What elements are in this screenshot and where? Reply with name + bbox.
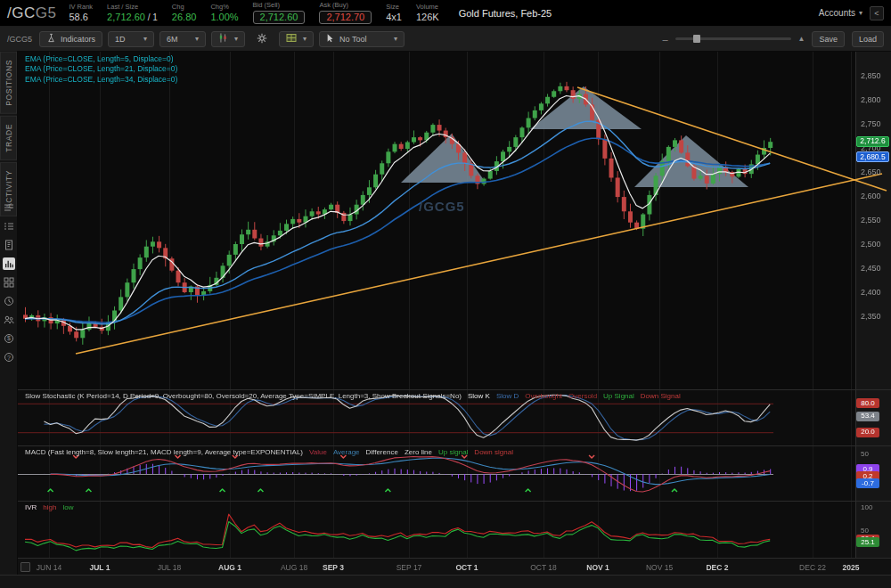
field-label: Volume <box>416 4 438 11</box>
field-value: 4x1 <box>386 12 402 22</box>
ema-legend-row: EMA (Price=CLOSE, Length=5, Displace=0) <box>25 54 177 64</box>
field-label: IV Rank <box>69 4 93 11</box>
quote-fields: IV Rank58.6Last / Size2,712.60 / 1Chg26.… <box>69 2 453 24</box>
price-axis-label: 2,550 <box>861 216 881 225</box>
ivr-badge: 25.1 <box>856 537 879 547</box>
legend-item: IVR <box>25 503 37 511</box>
price-axis-label: 2,450 <box>861 264 881 273</box>
field-label: Last / Size <box>107 4 138 11</box>
grid-icon[interactable] <box>3 276 15 289</box>
legend-item: Average <box>333 448 360 456</box>
price-axis-label: 2,400 <box>861 288 881 297</box>
legend-item: MACD (Fast length=8, Slow length=21, MAC… <box>25 448 303 456</box>
chevron-down-icon: ▾ <box>143 35 147 43</box>
clock-icon[interactable] <box>3 295 15 307</box>
chart-type-dropdown[interactable]: ▾ <box>211 31 245 47</box>
notes-icon[interactable] <box>3 239 15 251</box>
community-icon[interactable] <box>3 314 15 326</box>
ivr-axis-tick: 100 <box>861 503 872 511</box>
field-value: 26.80 <box>172 12 197 22</box>
save-button[interactable]: Save <box>812 31 845 47</box>
price-chart-canvas[interactable] <box>18 52 891 389</box>
collapse-button[interactable]: < <box>870 6 884 20</box>
quote-field: Last / Size2,712.60 / 1 <box>107 4 158 22</box>
field-value: 1.00% <box>210 12 238 22</box>
ivr-canvas[interactable] <box>18 502 891 558</box>
slider-thumb[interactable] <box>693 35 700 43</box>
price-axis-label: 2,350 <box>861 312 881 321</box>
chart-region: EMA (Price=CLOSE, Length=5, Displace=0)E… <box>18 52 891 575</box>
time-axis-label: DEC 2 <box>706 563 728 572</box>
price-axis-label: 2,500 <box>861 240 881 249</box>
toolbar-symbol: /GCG5 <box>7 35 32 44</box>
bid-box[interactable]: 2,712.60 <box>253 11 306 24</box>
slider-arrow-icon[interactable]: ▲ <box>798 35 805 43</box>
time-axis-label: NOV 15 <box>646 563 673 572</box>
ask-box[interactable]: 2,712.70 <box>319 11 372 24</box>
stochastic-label: Slow Stochastic (K Period=14, D Period=9… <box>25 392 687 400</box>
quote-field: Size4x1 <box>386 4 402 22</box>
field-label: Bid (Sell) <box>253 2 280 9</box>
price-axis-label: 2,800 <box>861 95 881 104</box>
quote-field: IV Rank58.6 <box>69 4 93 22</box>
sidebar-tab-positions[interactable]: POSITIONS <box>0 52 17 114</box>
settings-button[interactable] <box>250 31 274 47</box>
chevron-down-icon: ▾ <box>394 35 397 43</box>
svg-text:?: ? <box>7 355 11 361</box>
time-axis-label: JUN 14 <box>37 563 61 572</box>
load-button[interactable]: Load <box>852 31 884 47</box>
time-axis-label: DEC 22 <box>799 563 826 572</box>
left-sidebar: POSITIONS TRADE ACTIVITY $? <box>0 52 18 575</box>
macd-axis-tick: 50 <box>861 450 869 458</box>
status-bar <box>0 575 891 588</box>
drawing-tool-dropdown[interactable]: No Tool ▾ <box>319 31 405 47</box>
time-axis[interactable]: JUN 14JUL 1JUL 18AUG 1AUG 18SEP 3SEP 17O… <box>18 559 891 576</box>
legend-item: Up signal <box>438 448 468 456</box>
field-value: 126K <box>416 12 439 22</box>
watchlist-icon[interactable] <box>3 220 15 233</box>
chart-icon[interactable] <box>3 257 15 270</box>
stochastic-pane: Slow Stochastic (K Period=14, D Period=9… <box>18 390 891 445</box>
ivr-label: IVRhighlow <box>25 503 79 511</box>
quote-field: Bid (Sell)2,712.60 <box>253 2 306 24</box>
field-label: Chg% <box>210 4 228 11</box>
legend-item: low <box>62 503 73 511</box>
price-axis-label: 2,650 <box>861 167 881 176</box>
legend-item: Slow K <box>468 392 490 400</box>
legend-item: Difference <box>366 448 398 456</box>
time-axis-label: SEP 17 <box>396 563 422 572</box>
ivr-axis-tick: 50 <box>861 527 869 535</box>
sidebar-icons: $? <box>0 201 18 363</box>
macd-label: MACD (Fast length=8, Slow length=21, MAC… <box>25 448 519 456</box>
accounts-dropdown[interactable]: Accounts ▾ <box>819 8 862 18</box>
top-header: /GCG5 IV Rank58.6Last / Size2,712.60 / 1… <box>0 0 891 27</box>
cursor-icon <box>326 33 335 45</box>
macd-badge: -0.7 <box>856 478 879 488</box>
ivr-pane: IVRhighlow 1005030.425.1 <box>18 502 891 558</box>
legend-item: Slow Stochastic (K Period=14, D Period=9… <box>25 392 462 400</box>
quote-field: Chg26.80 <box>172 4 197 22</box>
legend-item: Zero line <box>405 448 432 456</box>
field-value: 58.6 <box>69 12 87 22</box>
dollar-icon[interactable]: $ <box>3 332 15 345</box>
calendar-icon[interactable] <box>20 562 30 572</box>
grid-layout-icon <box>286 33 297 45</box>
zoom-out-icon[interactable]: – <box>662 34 667 45</box>
range-dropdown[interactable]: 6M▾ <box>159 31 206 47</box>
stochastic-badge: 53.4 <box>856 412 879 421</box>
grid-layout-dropdown[interactable]: ▾ <box>279 31 314 47</box>
symbol-watermark: /GCG5 <box>419 199 465 214</box>
legend-item: Value <box>309 448 327 456</box>
price-axis-label: 2,600 <box>861 192 881 200</box>
symbol-title: /GCG5 <box>7 4 56 22</box>
field-label: Chg <box>172 4 184 11</box>
timeframe-dropdown[interactable]: 1D▾ <box>108 31 154 47</box>
chevron-down-icon: ▾ <box>234 35 238 43</box>
help-icon[interactable]: ? <box>3 351 15 363</box>
field-label: Ask (Buy) <box>319 2 348 9</box>
sidebar-tab-trade[interactable]: TRADE <box>0 116 17 160</box>
instrument-description: Gold Futures, Feb-25 <box>459 8 552 19</box>
quotes-icon[interactable] <box>3 201 15 214</box>
indicators-button[interactable]: Indicators <box>39 31 102 47</box>
zoom-slider[interactable] <box>675 37 791 40</box>
